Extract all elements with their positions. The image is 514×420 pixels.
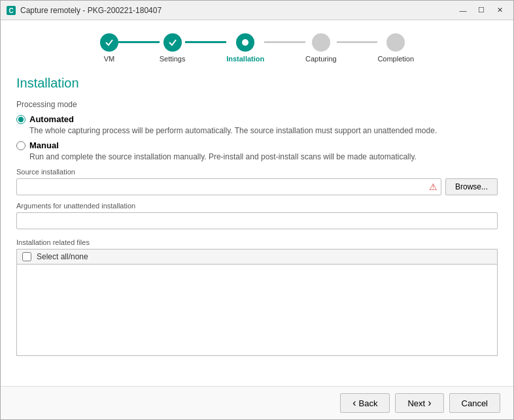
step-label-installation: Installation [226,55,264,63]
footer: Back Next Cancel [1,386,513,419]
title-text: Capture remotely - PKG-200221-180407 [20,6,162,15]
manual-radio-row: Manual [16,140,498,150]
step-circle-capturing [312,33,330,52]
automated-label[interactable]: Automated [29,114,74,124]
page-title: Installation [16,76,498,91]
radio-group: Automated The whole capturing process wi… [16,114,498,161]
files-body [16,265,498,356]
step-label-settings: Settings [160,55,186,63]
back-chevron-icon [352,397,356,409]
automated-radio[interactable] [16,115,26,124]
step-circle-settings [163,33,182,52]
step-circle-installation [236,33,254,52]
source-installation-label: Source installation [16,168,498,176]
manual-label[interactable]: Manual [29,140,59,150]
automated-desc: The whole capturing process will be perf… [29,126,498,135]
check-icon-settings [168,38,177,47]
back-label: Back [359,398,378,408]
maximize-button[interactable]: ☐ [473,4,490,17]
progress-section: VM Settings Installation [1,20,513,69]
connector-3 [264,41,305,43]
args-section: Arguments for unattended installation [16,202,498,229]
files-section: Installation related files Select all/no… [16,238,498,356]
step-vm: VM [100,33,118,63]
app-icon: C [6,5,16,16]
step-circle-completion [386,33,405,52]
title-bar: C Capture remotely - PKG-200221-180407 —… [1,1,513,20]
step-settings: Settings [160,33,186,63]
automated-radio-row: Automated [16,114,498,124]
manual-desc: Run and complete the source installation… [29,152,498,161]
source-installation-input[interactable] [16,178,441,195]
args-input[interactable] [16,212,498,229]
step-label-vm: VM [104,55,115,63]
processing-mode-label: Processing mode [16,100,498,109]
source-input-row: ⚠ Browse... [16,178,498,195]
step-installation: Installation [226,33,264,63]
manual-radio[interactable] [16,141,26,150]
source-input-wrapper: ⚠ [16,178,441,195]
next-button[interactable]: Next [395,393,443,413]
main-window: C Capture remotely - PKG-200221-180407 —… [0,0,514,420]
title-buttons: — ☐ ✕ [454,4,508,17]
minimize-button[interactable]: — [454,4,471,17]
source-error-icon: ⚠ [429,182,437,192]
title-bar-left: C Capture remotely - PKG-200221-180407 [6,5,162,16]
next-label: Next [407,398,425,408]
check-icon-vm [105,38,114,47]
close-button[interactable]: ✕ [491,4,508,17]
step-label-completion: Completion [377,55,414,63]
step-circle-vm [100,33,118,52]
connector-2 [185,41,226,43]
next-chevron-icon [428,397,431,409]
svg-text:C: C [9,7,13,14]
content-area: Installation Processing mode Automated T… [1,69,513,386]
args-label: Arguments for unattended installation [16,202,498,210]
files-header: Select all/none [16,249,498,265]
step-label-capturing: Capturing [305,55,337,63]
browse-button[interactable]: Browse... [445,178,498,195]
cancel-button[interactable]: Cancel [449,393,500,413]
installation-files-label: Installation related files [16,238,498,246]
steps-container: VM Settings Installation [100,33,414,63]
back-button[interactable]: Back [340,393,390,413]
select-all-none-label[interactable]: Select all/none [37,252,88,261]
source-installation-section: Source installation ⚠ Browse... [16,168,498,195]
connector-4 [337,41,378,43]
step-completion: Completion [377,33,414,63]
connector-1 [118,41,160,43]
select-all-none-checkbox[interactable] [22,252,31,261]
step-capturing: Capturing [305,33,337,63]
